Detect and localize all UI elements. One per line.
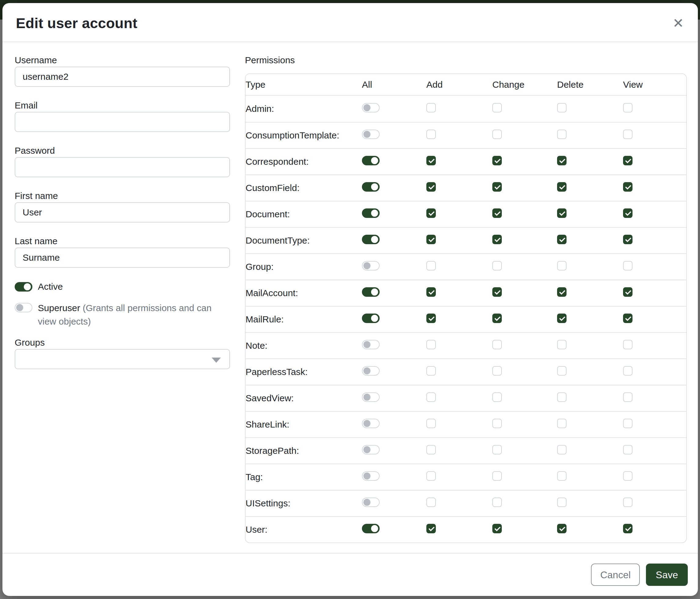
permission-all-toggle[interactable] bbox=[362, 498, 380, 507]
permission-change-checkbox[interactable] bbox=[492, 419, 502, 428]
permission-delete-checkbox[interactable] bbox=[557, 366, 567, 376]
permission-view-checkbox[interactable] bbox=[623, 366, 632, 376]
permission-add-checkbox[interactable] bbox=[426, 261, 436, 270]
save-button[interactable]: Save bbox=[646, 564, 688, 586]
permission-all-toggle[interactable] bbox=[362, 182, 380, 192]
permission-delete-checkbox[interactable] bbox=[557, 261, 567, 270]
permission-change-checkbox[interactable] bbox=[492, 471, 502, 481]
first-name-input[interactable] bbox=[15, 202, 230, 222]
email-input[interactable] bbox=[15, 112, 230, 132]
permission-all-toggle[interactable] bbox=[362, 129, 380, 139]
permission-view-checkbox[interactable] bbox=[623, 209, 632, 218]
last-name-input[interactable] bbox=[15, 247, 230, 268]
permission-all-toggle[interactable] bbox=[362, 366, 380, 376]
permission-add-checkbox[interactable] bbox=[426, 366, 436, 376]
permission-view-checkbox[interactable] bbox=[623, 182, 632, 192]
username-label: Username bbox=[15, 54, 230, 67]
permission-view-checkbox[interactable] bbox=[623, 340, 632, 349]
permission-view-checkbox[interactable] bbox=[623, 392, 632, 402]
permission-view-checkbox[interactable] bbox=[623, 103, 632, 113]
groups-select[interactable] bbox=[15, 349, 230, 369]
permission-view-checkbox[interactable] bbox=[623, 314, 632, 323]
permission-view-checkbox[interactable] bbox=[623, 129, 632, 139]
permission-view-checkbox[interactable] bbox=[623, 524, 632, 533]
active-toggle[interactable] bbox=[15, 282, 32, 291]
permission-change-checkbox[interactable] bbox=[492, 182, 502, 192]
username-input[interactable] bbox=[15, 67, 230, 87]
column-header-view: View bbox=[623, 74, 686, 96]
permission-change-checkbox[interactable] bbox=[492, 287, 502, 297]
permission-add-checkbox[interactable] bbox=[426, 524, 436, 533]
permission-all-toggle[interactable] bbox=[362, 235, 380, 244]
permission-change-checkbox[interactable] bbox=[492, 314, 502, 323]
permission-all-toggle[interactable] bbox=[362, 103, 380, 113]
permission-change-checkbox[interactable] bbox=[492, 209, 502, 218]
permission-add-checkbox[interactable] bbox=[426, 182, 436, 192]
permission-add-checkbox[interactable] bbox=[426, 471, 436, 481]
permission-change-checkbox[interactable] bbox=[492, 235, 502, 244]
permission-change-checkbox[interactable] bbox=[492, 366, 502, 376]
permission-delete-checkbox[interactable] bbox=[557, 103, 567, 113]
permission-add-checkbox[interactable] bbox=[426, 314, 436, 323]
permission-delete-checkbox[interactable] bbox=[557, 209, 567, 218]
superuser-toggle[interactable] bbox=[15, 303, 32, 312]
permission-all-toggle[interactable] bbox=[362, 314, 380, 323]
permission-view-checkbox[interactable] bbox=[623, 235, 632, 244]
permission-delete-checkbox[interactable] bbox=[557, 524, 567, 533]
permission-add-checkbox[interactable] bbox=[426, 392, 436, 402]
permission-view-checkbox[interactable] bbox=[623, 445, 632, 454]
permission-change-checkbox[interactable] bbox=[492, 445, 502, 454]
permission-add-checkbox[interactable] bbox=[426, 419, 436, 428]
permission-delete-checkbox[interactable] bbox=[557, 419, 567, 428]
permission-delete-checkbox[interactable] bbox=[557, 129, 567, 139]
permission-all-toggle[interactable] bbox=[362, 287, 380, 297]
permission-all-toggle[interactable] bbox=[362, 209, 380, 218]
password-input[interactable] bbox=[15, 157, 230, 177]
permission-change-checkbox[interactable] bbox=[492, 103, 502, 113]
permission-change-checkbox[interactable] bbox=[492, 392, 502, 402]
permission-add-checkbox[interactable] bbox=[426, 103, 436, 113]
permission-delete-checkbox[interactable] bbox=[557, 235, 567, 244]
permission-view-checkbox[interactable] bbox=[623, 156, 632, 165]
permission-delete-checkbox[interactable] bbox=[557, 498, 567, 507]
permission-row: User: bbox=[246, 516, 686, 543]
permission-change-checkbox[interactable] bbox=[492, 129, 502, 139]
permission-add-checkbox[interactable] bbox=[426, 235, 436, 244]
permission-all-toggle[interactable] bbox=[362, 445, 380, 454]
permission-delete-checkbox[interactable] bbox=[557, 445, 567, 454]
permission-delete-checkbox[interactable] bbox=[557, 314, 567, 323]
permission-all-toggle[interactable] bbox=[362, 156, 380, 165]
permission-all-toggle[interactable] bbox=[362, 340, 380, 349]
permission-all-toggle[interactable] bbox=[362, 261, 380, 270]
permission-delete-checkbox[interactable] bbox=[557, 182, 567, 192]
permission-all-toggle[interactable] bbox=[362, 392, 380, 402]
permission-delete-checkbox[interactable] bbox=[557, 287, 567, 297]
permission-add-checkbox[interactable] bbox=[426, 498, 436, 507]
permission-delete-checkbox[interactable] bbox=[557, 156, 567, 165]
permission-change-checkbox[interactable] bbox=[492, 340, 502, 349]
permission-delete-checkbox[interactable] bbox=[557, 392, 567, 402]
permission-change-checkbox[interactable] bbox=[492, 524, 502, 533]
permission-add-checkbox[interactable] bbox=[426, 129, 436, 139]
cancel-button[interactable]: Cancel bbox=[591, 564, 640, 586]
permission-view-checkbox[interactable] bbox=[623, 498, 632, 507]
permission-all-toggle[interactable] bbox=[362, 471, 380, 481]
permission-view-checkbox[interactable] bbox=[623, 261, 632, 270]
permission-delete-checkbox[interactable] bbox=[557, 471, 567, 481]
permission-view-checkbox[interactable] bbox=[623, 419, 632, 428]
first-name-label: First name bbox=[15, 190, 230, 202]
permission-change-checkbox[interactable] bbox=[492, 156, 502, 165]
permission-add-checkbox[interactable] bbox=[426, 156, 436, 165]
permission-view-checkbox[interactable] bbox=[623, 287, 632, 297]
permission-add-checkbox[interactable] bbox=[426, 340, 436, 349]
permission-change-checkbox[interactable] bbox=[492, 261, 502, 270]
permission-add-checkbox[interactable] bbox=[426, 209, 436, 218]
permission-add-checkbox[interactable] bbox=[426, 445, 436, 454]
close-button[interactable]: ✕ bbox=[670, 15, 687, 31]
permission-change-checkbox[interactable] bbox=[492, 498, 502, 507]
permission-add-checkbox[interactable] bbox=[426, 287, 436, 297]
permission-delete-checkbox[interactable] bbox=[557, 340, 567, 349]
permission-all-toggle[interactable] bbox=[362, 419, 380, 428]
permission-view-checkbox[interactable] bbox=[623, 471, 632, 481]
permission-all-toggle[interactable] bbox=[362, 524, 380, 533]
